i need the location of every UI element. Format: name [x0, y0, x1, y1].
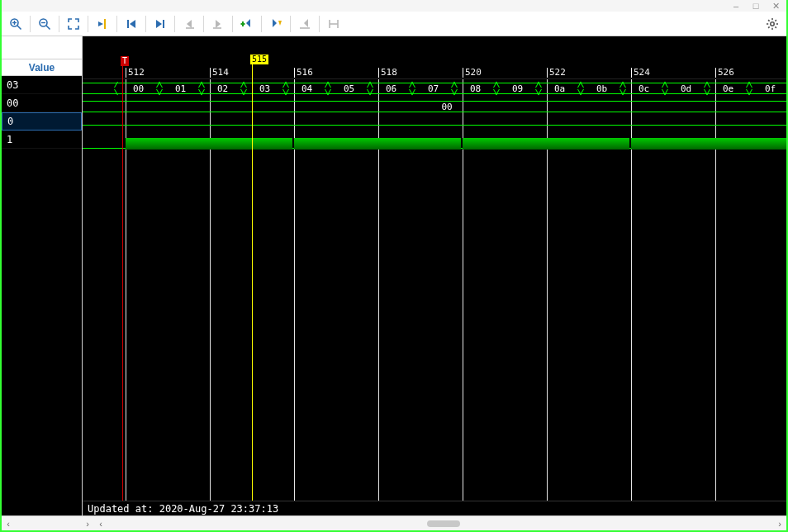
bus-cell: 00: [117, 82, 159, 95]
bus-cell: 05: [328, 82, 370, 95]
scroll-right-button[interactable]: ›: [81, 517, 94, 530]
bus-cell: 00: [107, 100, 786, 113]
value-row[interactable]: 03: [2, 76, 82, 94]
status-bar: Updated at: 2020-Aug-27 23:37:13: [83, 501, 786, 515]
toolbar-separator: [203, 16, 204, 32]
svg-line-32: [768, 20, 770, 21]
svg-line-34: [775, 20, 776, 21]
value-row[interactable]: 1: [2, 131, 82, 149]
goto-marker-button[interactable]: [93, 15, 112, 33]
toolbar-separator: [174, 16, 175, 32]
signal-row-bus2[interactable]: 00: [83, 100, 786, 113]
close-icon[interactable]: ✕: [770, 0, 781, 12]
maximize-icon[interactable]: □: [750, 0, 762, 12]
value-column-header[interactable]: Value: [2, 59, 82, 76]
toolbar-separator: [30, 16, 31, 32]
bus-cell: 0e: [707, 82, 749, 95]
wave-scroll-left-button[interactable]: ‹: [94, 517, 107, 530]
svg-marker-15: [216, 20, 221, 28]
minimize-icon[interactable]: –: [730, 0, 742, 12]
waveform-canvas[interactable]: 515 T 512514516518520522524526 000102030…: [83, 36, 786, 501]
signal-row-bus1[interactable]: 000102030405060708090a0b0c0d0e0f: [83, 82, 786, 95]
svg-line-35: [768, 26, 770, 28]
toolbar-separator: [116, 16, 117, 32]
signal-row-clock[interactable]: [83, 136, 786, 150]
wave-scroll-right-button[interactable]: ›: [773, 517, 786, 530]
bus-cell: 0a: [539, 82, 581, 95]
bus-cell: 0f: [749, 82, 786, 95]
status-text: Updated at: 2020-Aug-27 23:37:13: [88, 503, 278, 515]
svg-marker-17: [246, 19, 250, 27]
remove-marker-button: [325, 15, 343, 33]
add-marker-button[interactable]: [238, 15, 256, 33]
sidebar-scroll-track[interactable]: [15, 519, 81, 529]
svg-point-27: [771, 21, 774, 25]
ruler-tick: 514: [210, 68, 229, 78]
wave-scroll-thumb[interactable]: [427, 520, 460, 527]
goto-start-button[interactable]: [122, 15, 140, 33]
clock-high-segment: [294, 138, 461, 150]
settings-button[interactable]: [763, 15, 781, 33]
toolbar-separator: [290, 16, 291, 32]
time-cursor-line: [122, 66, 123, 501]
bus-cell: 0c: [623, 82, 665, 95]
clock-high-segment: [463, 138, 629, 150]
time-cursor[interactable]: T: [121, 56, 129, 66]
waveform-panel: 515 T 512514516518520522524526 000102030…: [83, 36, 786, 515]
toolbar: [2, 12, 786, 36]
goto-end-button[interactable]: [151, 15, 169, 33]
clock-high-segment: [631, 138, 786, 150]
horizontal-scrollbar: ‹ › ‹ ›: [2, 515, 786, 530]
ruler-tick: 522: [547, 68, 566, 78]
svg-marker-11: [156, 20, 162, 28]
titlebar: – □ ✕: [2, 0, 786, 12]
prev-edge-button: [180, 15, 198, 33]
svg-marker-8: [98, 21, 103, 26]
svg-marker-20: [273, 19, 277, 27]
wave-scroll-track[interactable]: [107, 519, 773, 529]
bus-cell: 09: [496, 82, 539, 95]
zoom-out-button[interactable]: [36, 15, 54, 33]
value-sidebar: Value 030001: [2, 36, 83, 515]
bus-cell: 06: [370, 82, 412, 95]
svg-marker-10: [130, 20, 135, 28]
toolbar-separator: [319, 16, 320, 32]
ruler-tick: 524: [631, 68, 650, 78]
svg-line-33: [775, 26, 776, 28]
svg-line-5: [46, 26, 50, 30]
signal-search: [2, 36, 82, 59]
bus-cell: 08: [454, 82, 496, 95]
value-list: 030001: [2, 76, 82, 515]
app-window: – □ ✕: [0, 0, 788, 532]
svg-line-1: [17, 26, 21, 30]
value-row[interactable]: 00: [2, 94, 82, 112]
bus-cell: 0b: [581, 82, 623, 95]
toolbar-separator: [261, 16, 262, 32]
ruler-tick: 518: [378, 68, 397, 78]
signal-row-wire1[interactable]: [83, 118, 786, 131]
time-marker-primary-line: [252, 64, 253, 501]
clock-high-segment: [126, 138, 292, 150]
bus-cell: 07: [412, 82, 454, 95]
svg-marker-21: [278, 21, 282, 26]
toolbar-separator: [59, 16, 59, 32]
bus-cell: 01: [159, 82, 202, 95]
svg-marker-22: [304, 19, 308, 27]
zoom-in-button[interactable]: [7, 15, 25, 33]
signal-search-input[interactable]: [2, 36, 82, 59]
main-body: Value 030001 515 T 512514516518520522524…: [2, 36, 786, 515]
time-ruler: 512514516518520522524526: [83, 68, 786, 79]
toolbar-separator: [145, 16, 146, 32]
prev-marker-button[interactable]: [267, 15, 285, 33]
bus-cell: 02: [202, 82, 244, 95]
zoom-fit-button[interactable]: [64, 15, 83, 33]
signal-tracks: 000102030405060708090a0b0c0d0e0f 00: [83, 82, 786, 150]
scroll-left-button[interactable]: ‹: [2, 517, 15, 530]
ruler-tick: 516: [294, 68, 313, 78]
ruler-tick: 520: [463, 68, 482, 78]
next-marker-button: [296, 15, 314, 33]
ruler-tick: 512: [126, 68, 145, 78]
toolbar-separator: [88, 16, 88, 32]
value-row[interactable]: 0: [2, 112, 82, 131]
time-marker-primary[interactable]: 515: [250, 55, 268, 64]
